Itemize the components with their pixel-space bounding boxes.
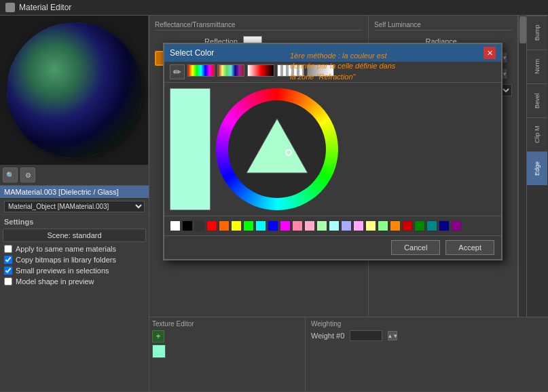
small-previews-checkbox[interactable] <box>4 267 12 275</box>
texture-editor-section: Texture Editor + <box>149 317 306 391</box>
color-swatch-item[interactable] <box>231 220 242 231</box>
apply-same-name-label: Apply to same name materials <box>16 245 116 253</box>
color-preview-swatch <box>170 88 211 210</box>
color-swatch-item[interactable] <box>280 220 291 231</box>
texture-editor-label: Texture Editor <box>152 320 302 328</box>
color-swatch-item[interactable] <box>182 220 193 231</box>
tab-bevel[interactable]: Bevel <box>527 83 547 117</box>
copy-bitmaps-row: Copy bitmaps in library folders <box>0 254 149 265</box>
svg-marker-1 <box>246 119 308 173</box>
material-preview <box>0 16 148 165</box>
left-panel: 🔍 ⚙ MAMaterial.003 [Dielectric / Glass] … <box>0 16 149 391</box>
color-swatch-item[interactable] <box>329 220 340 231</box>
apply-same-name-row: Apply to same name materials <box>0 243 149 254</box>
dialog-title-text: Select Color <box>170 48 214 58</box>
material-object-row: Material_Object [MAMaterial.003] <box>0 199 149 215</box>
weight-row: Weight #0 1.000 ▲▼ <box>311 330 543 341</box>
color-swatch-item[interactable] <box>378 220 388 231</box>
right-tabs: Bump Norm Bevel Clip M Edge <box>526 16 548 317</box>
color-swatch-item[interactable] <box>390 220 401 231</box>
dialog-footer: Cancel Accept <box>164 235 501 259</box>
color-swatch-item[interactable] <box>170 220 181 231</box>
dialog-body: 1ère méthode : la couleur est donnée par… <box>164 83 501 216</box>
texture-item[interactable] <box>152 345 166 358</box>
preview-controls: 🔍 ⚙ <box>0 165 149 186</box>
tab-clipm[interactable]: Clip M <box>527 117 547 151</box>
reflectance-header: Reflectance/Transmittance <box>155 21 363 31</box>
bottom-area: Texture Editor + Weighting Weight #0 1.0… <box>149 317 548 391</box>
color-swatch-item[interactable] <box>353 220 364 231</box>
color-swatches-row <box>164 216 501 235</box>
material-object-select[interactable]: Material_Object [MAMaterial.003] <box>4 201 145 212</box>
model-shape-row: Model shape in preview <box>0 276 149 287</box>
render-icon[interactable]: ⚙ <box>20 168 35 182</box>
mode-eyedropper[interactable]: ✏ <box>170 64 185 79</box>
small-previews-row: Small previews in selections <box>0 265 149 276</box>
color-swatch-item[interactable] <box>243 220 254 231</box>
texture-add-button[interactable]: + <box>152 330 164 342</box>
color-swatch-item[interactable] <box>292 220 303 231</box>
scroll-thumb[interactable] <box>519 16 526 43</box>
cancel-button[interactable]: Cancel <box>391 240 440 255</box>
color-swatch-item[interactable] <box>414 220 425 231</box>
color-swatch-item[interactable] <box>316 220 327 231</box>
tab-norm[interactable]: Norm <box>527 50 547 83</box>
mode-color1[interactable] <box>187 64 215 77</box>
color-swatch-item[interactable] <box>255 220 266 231</box>
accept-button[interactable]: Accept <box>445 240 494 255</box>
material-name[interactable]: MAMaterial.003 [Dielectric / Glass] <box>0 186 149 199</box>
zoom-icon[interactable]: 🔍 <box>3 168 18 182</box>
color-swatch-item[interactable] <box>426 220 437 231</box>
color-swatch-item[interactable] <box>402 220 413 231</box>
color-swatch-item[interactable] <box>219 220 230 231</box>
copy-bitmaps-label: Copy bitmaps in library folders <box>16 256 116 264</box>
right-panel: Reflectance/Transmittance Reflection Ref… <box>149 16 548 391</box>
app-icon <box>5 3 15 12</box>
color-swatch-item[interactable] <box>268 220 278 231</box>
weight-label: Weight #0 <box>311 332 344 340</box>
scene-standard: Scene: standard <box>3 229 146 242</box>
color-swatch-item[interactable] <box>194 220 205 231</box>
tab-bump[interactable]: Bump <box>527 16 547 50</box>
apply-same-name-checkbox[interactable] <box>4 245 12 253</box>
window-title: Material Editor <box>19 3 71 12</box>
color-swatch-item[interactable] <box>439 220 450 231</box>
select-color-dialog: Select Color ✕ ✏ <box>163 43 503 260</box>
title-bar: Material Editor <box>0 0 548 16</box>
weight-spinner[interactable]: ▲▼ <box>388 331 397 340</box>
color-swatch-item[interactable] <box>451 220 462 231</box>
self-lum-header: Self Luminance <box>374 21 512 31</box>
dialog-close-button[interactable]: ✕ <box>483 47 496 59</box>
color-swatch-item[interactable] <box>304 220 315 231</box>
sphere-3d <box>7 22 143 158</box>
annotation-text: 1ère méthode : la couleur est donnée par… <box>290 51 399 82</box>
color-swatch-item[interactable] <box>206 220 217 231</box>
mode-color3[interactable] <box>247 64 274 77</box>
settings-label: Settings <box>0 215 149 227</box>
model-shape-label: Model shape in preview <box>16 277 94 286</box>
color-triangle-svg[interactable] <box>240 112 314 187</box>
small-previews-label: Small previews in selections <box>16 267 109 275</box>
eyedropper-icon: ✏ <box>173 66 181 77</box>
color-swatch-item[interactable] <box>365 220 376 231</box>
color-swatch-item[interactable] <box>341 220 352 231</box>
weight-input[interactable]: 1.000 <box>350 330 382 341</box>
model-shape-checkbox[interactable] <box>4 277 12 286</box>
copy-bitmaps-checkbox[interactable] <box>4 256 12 264</box>
mode-color2[interactable] <box>217 64 244 77</box>
color-wheel-container[interactable] <box>216 88 338 210</box>
weighting-label: Weighting <box>311 320 543 328</box>
tab-edge[interactable]: Edge <box>527 151 547 185</box>
scroll-bar[interactable] <box>518 16 526 317</box>
weighting-section: Weighting Weight #0 1.000 ▲▼ <box>306 317 548 391</box>
triangle-container[interactable] <box>231 103 323 195</box>
